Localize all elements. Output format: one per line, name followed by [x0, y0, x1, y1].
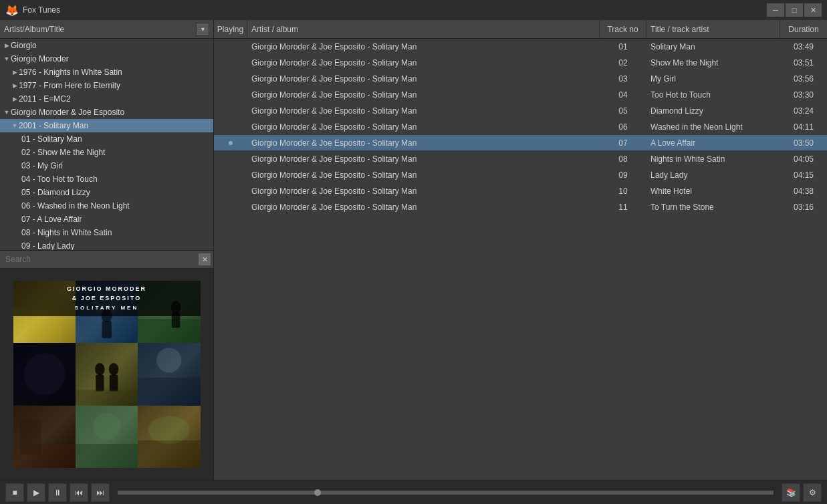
album-art: GIORGIO MORODER & JOE ESPOSITO SOLITARY …	[13, 281, 201, 468]
tree-item-1976[interactable]: ▶ 1976 - Knights in White Satin	[0, 66, 213, 79]
list-item[interactable]: 01 - Solitary Man	[0, 132, 213, 146]
expand-arrow: ▶	[3, 41, 11, 49]
tree-item-giorgio-moroder[interactable]: ▼ Giorgio Moroder	[0, 52, 213, 66]
svg-point-16	[156, 348, 181, 373]
tree-item-label: 03 - My Girl	[21, 161, 63, 170]
table-row[interactable]: Giorgio Moroder & Joe Esposito - Solitar…	[214, 39, 827, 55]
column-playing: Playing	[214, 20, 247, 38]
svg-point-9	[23, 354, 65, 395]
settings-button[interactable]: ⚙	[803, 483, 822, 502]
expand-arrow: ▼	[11, 122, 19, 130]
track-artist: Giorgio Moroder & Joe Esposito - Solitar…	[247, 106, 600, 116]
stop-button[interactable]: ■	[5, 483, 24, 502]
tree-item-label: 04 - Too Hot to Touch	[21, 174, 98, 184]
list-item[interactable]: 06 - Washed in the Neon Light	[0, 199, 213, 213]
list-item[interactable]: 09 - Lady Lady	[0, 239, 213, 250]
tree-item-1977[interactable]: ▶ 1977 - From Here to Eternity	[0, 79, 213, 92]
play-button[interactable]: ▶	[27, 483, 45, 502]
svg-point-10	[95, 363, 105, 376]
svg-point-12	[109, 363, 119, 376]
track-duration: 03:16	[780, 203, 827, 212]
tree-item-label: Giorgio	[11, 41, 37, 50]
track-title: Lady Lady	[646, 170, 780, 180]
expand-arrow: ▶	[11, 68, 19, 76]
track-artist: Giorgio Moroder & Joe Esposito - Solitar…	[247, 90, 600, 100]
list-item[interactable]: 08 - Nights in White Satin	[0, 226, 213, 239]
prev-button[interactable]: ⏮	[70, 483, 88, 502]
progress-thumb[interactable]	[314, 489, 321, 496]
album-art-area: GIORGIO MORODER & JOE ESPOSITO SOLITARY …	[0, 269, 213, 480]
column-track-no: Track no	[600, 20, 646, 38]
track-artist: Giorgio Moroder & Joe Esposito - Solitar…	[247, 58, 600, 68]
tree-item-gm-joe[interactable]: ▼ Giorgio Moroder & Joe Esposito	[0, 106, 213, 119]
track-number: 10	[600, 186, 646, 196]
svg-rect-14	[76, 390, 138, 406]
library-button[interactable]: 📚	[782, 483, 800, 502]
table-row[interactable]: Giorgio Moroder & Joe Esposito - Solitar…	[214, 71, 827, 87]
track-artist: Giorgio Moroder & Joe Esposito - Solitar…	[247, 154, 600, 164]
title-bar: 🦊 Fox Tunes ─ □ ✕	[0, 0, 827, 20]
tree-item-2001-solitary[interactable]: ▼ 2001 - Solitary Man	[0, 119, 213, 132]
svg-rect-11	[96, 375, 104, 392]
table-row[interactable]: Giorgio Moroder & Joe Esposito - Solitar…	[214, 55, 827, 71]
tree-header-label: Artist/Album/Title	[4, 25, 196, 34]
search-clear-button[interactable]: ✕	[199, 253, 211, 265]
tree-header-dropdown[interactable]: ▾	[196, 23, 209, 36]
tree-item-label: 2011 - E=MC2	[19, 94, 71, 104]
table-row[interactable]: Giorgio Moroder & Joe Esposito - Solitar…	[214, 119, 827, 135]
track-artist: Giorgio Moroder & Joe Esposito - Solitar…	[247, 42, 600, 51]
tree-item-label: 09 - Lady Lady	[21, 241, 74, 250]
art-cell	[76, 406, 138, 468]
svg-rect-19	[76, 444, 138, 468]
tree-view[interactable]: ▶ Giorgio ▼ Giorgio Moroder ▶ 1976 - Kni…	[0, 39, 213, 250]
tree-item-giorgio[interactable]: ▶ Giorgio	[0, 39, 213, 52]
column-artist: Artist / album	[247, 20, 600, 38]
minimize-button[interactable]: ─	[767, 3, 784, 17]
tree-item-2011[interactable]: ▶ 2011 - E=MC2	[0, 92, 213, 106]
table-row[interactable]: Giorgio Moroder & Joe Esposito - Solitar…	[214, 183, 827, 199]
bottom-right-controls: 📚 ⚙	[782, 483, 822, 502]
table-row[interactable]: Giorgio Moroder & Joe Esposito - Solitar…	[214, 167, 827, 183]
list-item[interactable]: 02 - Show Me the Night	[0, 146, 213, 159]
list-item[interactable]: 03 - My Girl	[0, 159, 213, 172]
album-art-title-line3: SOLITARY MEN	[16, 304, 198, 312]
table-row[interactable]: Giorgio Moroder & Joe Esposito - Solitar…	[214, 199, 827, 215]
expand-arrow: ▶	[11, 82, 19, 90]
track-duration: 03:50	[780, 138, 827, 148]
track-title: Solitary Man	[646, 42, 780, 51]
track-duration: 03:24	[780, 106, 827, 116]
art-cell	[138, 406, 200, 468]
tree-header: Artist/Album/Title ▾	[0, 20, 213, 39]
list-item[interactable]: 05 - Diamond Lizzy	[0, 186, 213, 199]
track-number: 03	[600, 74, 646, 84]
track-artist: Giorgio Moroder & Joe Esposito - Solitar…	[247, 138, 600, 148]
tree-item-label: Giorgio Moroder	[11, 54, 69, 64]
table-row[interactable]: Giorgio Moroder & Joe Esposito - Solitar…	[214, 87, 827, 103]
list-item[interactable]: 04 - Too Hot to Touch	[0, 172, 213, 186]
progress-bar[interactable]	[118, 491, 774, 495]
track-title: Nights in White Satin	[646, 154, 780, 164]
search-bar: ✕	[0, 250, 213, 269]
expand-arrow: ▼	[3, 55, 11, 63]
art-cell	[13, 343, 76, 405]
track-title: Too Hot to Touch	[646, 90, 780, 100]
maximize-button[interactable]: □	[786, 3, 803, 17]
list-item[interactable]: 07 - A Love Affair	[0, 213, 213, 226]
next-button[interactable]: ⏭	[91, 483, 110, 502]
table-row[interactable]: Giorgio Moroder & Joe Esposito - Solitar…	[214, 103, 827, 119]
track-duration: 03:49	[780, 42, 827, 51]
svg-point-22	[148, 416, 190, 443]
track-list[interactable]: Giorgio Moroder & Joe Esposito - Solitar…	[214, 39, 827, 480]
pause-button[interactable]: ⏸	[48, 483, 67, 502]
close-button[interactable]: ✕	[804, 3, 822, 17]
track-duration: 03:51	[780, 58, 827, 68]
tree-item-label: 05 - Diamond Lizzy	[21, 188, 90, 197]
search-input[interactable]	[3, 253, 199, 265]
album-art-title-line2: & JOE ESPOSITO	[16, 294, 198, 303]
playing-indicator	[214, 141, 247, 145]
art-cell	[76, 343, 138, 405]
table-row[interactable]: Giorgio Moroder & Joe Esposito - Solitar…	[214, 135, 827, 151]
app-icon: 🦊	[5, 4, 19, 17]
table-row[interactable]: Giorgio Moroder & Joe Esposito - Solitar…	[214, 151, 827, 167]
track-number: 09	[600, 170, 646, 180]
